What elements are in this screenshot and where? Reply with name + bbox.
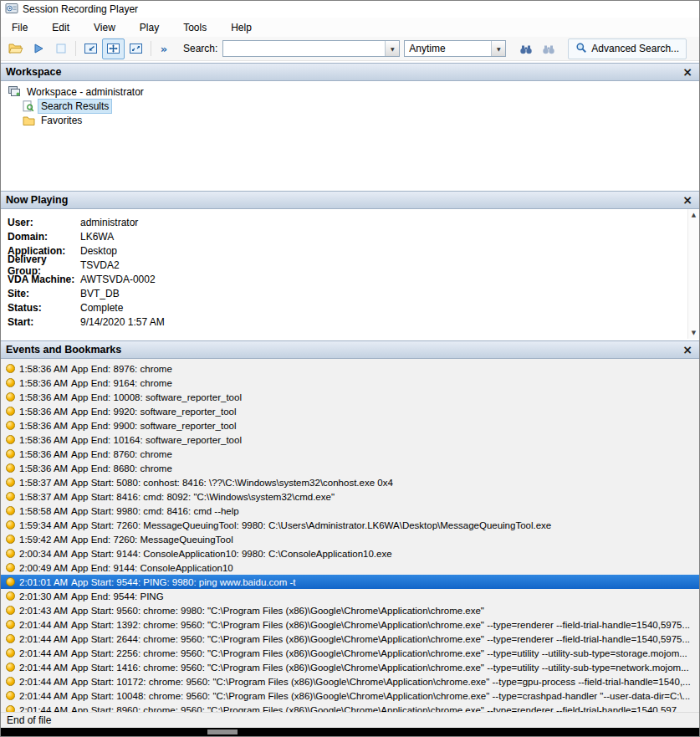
menu-item[interactable]: Edit [45, 19, 76, 36]
scroll-down-icon[interactable]: ▼ [688, 330, 699, 336]
now-playing-field: Application: Desktop [1, 243, 699, 258]
advanced-search-icon [575, 42, 587, 56]
now-playing-field: Site: BVT_DB [1, 286, 699, 300]
event-bullet-icon [6, 421, 15, 430]
event-row[interactable]: 2:01:44 AM App Start: 10172: chrome: 956… [1, 674, 699, 688]
tree-item-search-results[interactable]: Search Results [1, 99, 699, 113]
event-row[interactable]: 1:58:36 AM App End: 8976: chrome [1, 361, 699, 376]
field-label: Status: [8, 302, 80, 314]
event-row[interactable]: 2:01:44 AM App Start: 2256: chrome: 9560… [1, 646, 699, 660]
search-previous-button[interactable] [537, 38, 559, 59]
event-time: 1:58:36 AM [19, 407, 71, 417]
events-close-button[interactable]: × [681, 344, 694, 356]
stop-button[interactable] [49, 38, 72, 59]
field-label: Site: [8, 288, 80, 299]
event-text: App Start: 9560: chrome: 9980: "C:\Progr… [71, 606, 484, 616]
workspace-root-node[interactable]: Workspace - administrator [1, 84, 699, 99]
event-row[interactable]: 1:58:37 AM App Start: 5080: conhost: 841… [1, 475, 699, 489]
event-bullet-icon [6, 364, 15, 373]
time-filter-dropdown-arrow[interactable]: ▼ [491, 41, 505, 56]
play-button[interactable] [27, 38, 49, 59]
event-text: App Start: 10172: chrome: 9560: "C:\Prog… [71, 677, 691, 687]
field-value: administrator [80, 217, 138, 228]
search-label: Search: [183, 43, 217, 54]
now-playing-scrollbar[interactable]: ▲ ▼ [687, 209, 699, 339]
event-time: 2:01:43 AM [19, 606, 71, 616]
open-file-button[interactable] [4, 38, 27, 59]
search-combo-dropdown-arrow[interactable]: ▼ [385, 41, 399, 56]
title-bar: Session Recording Player [1, 1, 699, 18]
event-time: 2:01:01 AM [19, 577, 71, 587]
event-bullet-icon [6, 463, 15, 473]
event-bullet-icon [6, 606, 15, 615]
event-row[interactable]: 1:59:42 AM App End: 7260: MessageQueuing… [1, 532, 699, 546]
event-time: 2:01:44 AM [19, 648, 71, 658]
event-time: 1:58:36 AM [19, 463, 71, 473]
event-text: App End: 7260: MessageQueuingTool [71, 535, 233, 545]
toolbar-separator [151, 41, 151, 56]
events-panel-header: Events and Bookmarks × [1, 340, 699, 359]
field-value: AWTSVDA-0002 [80, 274, 156, 285]
field-label: Domain: [8, 231, 80, 243]
now-playing-close-button[interactable]: × [681, 194, 694, 206]
event-text: App End: 9544: PING [71, 591, 164, 601]
time-filter-combo[interactable]: Anytime ▼ [404, 40, 506, 57]
event-row[interactable]: 1:58:36 AM App End: 9900: software_repor… [1, 418, 699, 432]
event-row[interactable]: 2:01:30 AM App End: 9544: PING [1, 589, 699, 603]
event-bullet-icon [6, 478, 15, 487]
event-row[interactable]: 2:01:44 AM App Start: 8960: chrome: 9560… [1, 703, 699, 712]
event-row[interactable]: 2:01:44 AM App Start: 1416: chrome: 9560… [1, 660, 699, 674]
menu-item[interactable]: File [5, 19, 34, 36]
field-label: VDA Machine: [8, 274, 80, 285]
full-screen-button[interactable] [125, 38, 147, 59]
workspace-root-label: Workspace - administrator [24, 85, 146, 99]
event-row[interactable]: 2:01:44 AM App Start: 2644: chrome: 9560… [1, 632, 699, 646]
menu-item[interactable]: Play [133, 19, 166, 36]
event-text: App Start: 8416: cmd: 8092: "C:\Windows\… [71, 492, 335, 502]
search-input[interactable] [223, 41, 385, 56]
event-time: 1:58:37 AM [19, 478, 71, 488]
workspace-panel: Workspace × Workspace - administrator Se… [1, 63, 699, 189]
menu-item[interactable]: Help [224, 19, 258, 36]
event-row[interactable]: 1:58:37 AM App Start: 8416: cmd: 8092: "… [1, 489, 699, 504]
event-bullet-icon [6, 705, 15, 712]
time-filter-value: Anytime [405, 41, 491, 56]
event-text: App End: 9164: chrome [71, 378, 172, 388]
field-value: TSVDA2 [80, 259, 120, 271]
menu-item[interactable]: Tools [176, 19, 213, 36]
scale-to-fit-button[interactable] [102, 38, 125, 59]
event-row[interactable]: 1:58:36 AM App End: 8680: chrome [1, 461, 699, 475]
event-time: 1:58:37 AM [19, 492, 71, 502]
event-row[interactable]: 2:01:43 AM App Start: 9560: chrome: 9980… [1, 603, 699, 617]
event-text: App Start: 2256: chrome: 9560: "C:\Progr… [71, 648, 687, 658]
more-tools-chevron[interactable]: » [155, 38, 173, 59]
tree-item-favorites[interactable]: Favorites [1, 113, 699, 127]
workspace-tree: Workspace - administrator Search Results… [1, 81, 699, 189]
event-row[interactable]: 1:58:58 AM App Start: 9980: cmd: 8416: c… [1, 504, 699, 518]
workspace-panel-header: Workspace × [1, 63, 699, 81]
advanced-search-button[interactable]: Advanced Search... [568, 38, 687, 59]
event-text: App Start: 9544: PING: 9980: ping www.ba… [71, 577, 295, 587]
field-value: 9/14/2020 1:57 AM [80, 316, 165, 328]
event-row[interactable]: 2:01:01 AM App Start: 9544: PING: 9980: … [1, 575, 699, 589]
event-row[interactable]: 2:00:34 AM App Start: 9144: ConsoleAppli… [1, 546, 699, 560]
event-row[interactable]: 2:01:44 AM App Start: 1392: chrome: 9560… [1, 617, 699, 632]
toolbar-separator [75, 41, 76, 56]
menu-item[interactable]: View [87, 19, 122, 36]
search-next-button[interactable] [514, 38, 537, 59]
event-row[interactable]: 2:01:44 AM App Start: 10048: chrome: 956… [1, 688, 699, 703]
event-row[interactable]: 1:58:36 AM App End: 10008: software_repo… [1, 390, 699, 404]
now-playing-panel-title: Now Playing [6, 194, 68, 206]
event-row[interactable]: 2:00:49 AM App End: 9144: ConsoleApplica… [1, 560, 699, 575]
pan-window-button[interactable] [79, 38, 102, 59]
search-results-label: Search Results [38, 100, 111, 113]
event-row[interactable]: 1:58:36 AM App End: 9920: software_repor… [1, 404, 699, 418]
event-time: 1:58:36 AM [19, 378, 71, 388]
event-row[interactable]: 1:59:34 AM App Start: 7260: MessageQueui… [1, 518, 699, 532]
workspace-close-button[interactable]: × [681, 66, 694, 78]
scroll-up-icon[interactable]: ▲ [688, 212, 699, 218]
event-text: App Start: 5080: conhost: 8416: \??\C:\W… [71, 478, 393, 488]
event-row[interactable]: 1:58:36 AM App End: 9164: chrome [1, 376, 699, 390]
event-row[interactable]: 1:58:36 AM App End: 8760: chrome [1, 447, 699, 461]
event-row[interactable]: 1:58:36 AM App End: 10164: software_repo… [1, 432, 699, 447]
